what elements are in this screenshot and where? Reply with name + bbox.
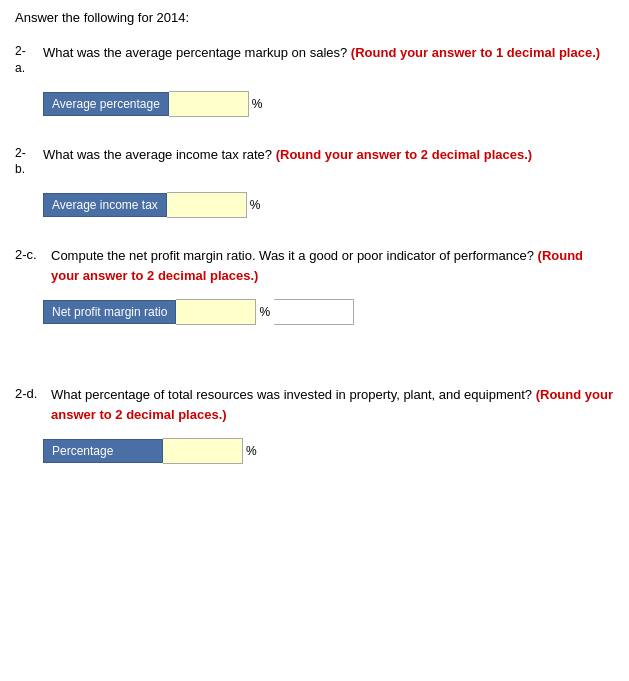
- question-number-2b: 2- b.: [15, 145, 43, 179]
- question-number-label-2c: 2-c.: [15, 247, 37, 262]
- question-text-2b: What was the average income tax rate? (R…: [43, 145, 614, 165]
- field-label-2c: Net profit margin ratio: [43, 300, 176, 324]
- percent-sign-2b: %: [250, 198, 261, 212]
- percent-sign-2d: %: [246, 444, 257, 458]
- question-label-2c: 2-c. Compute the net profit margin ratio…: [15, 246, 614, 285]
- answer-input-2c[interactable]: [176, 299, 256, 325]
- question-number-2a: 2- a.: [15, 43, 43, 77]
- question-number-bottom: a.: [15, 60, 43, 77]
- question-plain-text-2b: What was the average income tax rate?: [43, 147, 272, 162]
- answer-row-2a: Average percentage %: [43, 91, 614, 117]
- field-label-2b: Average income tax: [43, 193, 167, 217]
- question-2b: 2- b. What was the average income tax ra…: [15, 145, 614, 219]
- question-text-2d: What percentage of total resources was i…: [51, 385, 614, 424]
- field-label-2d: Percentage: [43, 439, 163, 463]
- question-2a: 2- a. What was the average percentage ma…: [15, 43, 614, 117]
- question-label-2d: 2-d. What percentage of total resources …: [15, 385, 614, 424]
- question-emphasis-2a: (Round your answer to 1 decimal place.): [351, 45, 600, 60]
- percent-sign-2a: %: [252, 97, 263, 111]
- question-plain-text-2d: What percentage of total resources was i…: [51, 387, 532, 402]
- answer-row-2d: Percentage %: [43, 438, 614, 464]
- question-plain-text-2c: Compute the net profit margin ratio. Was…: [51, 248, 534, 263]
- answer-input-2d[interactable]: [163, 438, 243, 464]
- question-number-2d: 2-d.: [15, 385, 51, 403]
- page-header: Answer the following for 2014:: [15, 10, 614, 25]
- answer-input-2b[interactable]: [167, 192, 247, 218]
- percent-sign-2c: %: [259, 305, 270, 319]
- question-number-label-2d: 2-d.: [15, 386, 37, 401]
- question-number-bottom-2b: b.: [15, 161, 43, 178]
- answer-input-2a[interactable]: [169, 91, 249, 117]
- question-plain-text-2a: What was the average percentage markup o…: [43, 45, 347, 60]
- question-label-2a: 2- a. What was the average percentage ma…: [15, 43, 614, 77]
- question-number-top-2b: 2-: [15, 145, 43, 162]
- field-label-2a: Average percentage: [43, 92, 169, 116]
- answer-row-2c: Net profit margin ratio %: [43, 299, 614, 325]
- question-2d: 2-d. What percentage of total resources …: [15, 385, 614, 464]
- question-label-2b: 2- b. What was the average income tax ra…: [15, 145, 614, 179]
- answer-input-2c-extra[interactable]: [274, 299, 354, 325]
- question-number-top: 2-: [15, 43, 43, 60]
- question-number-2c: 2-c.: [15, 246, 51, 264]
- question-text-2c: Compute the net profit margin ratio. Was…: [51, 246, 614, 285]
- question-text-2a: What was the average percentage markup o…: [43, 43, 614, 63]
- answer-row-2b: Average income tax %: [43, 192, 614, 218]
- question-2c: 2-c. Compute the net profit margin ratio…: [15, 246, 614, 325]
- question-emphasis-2b: (Round your answer to 2 decimal places.): [276, 147, 532, 162]
